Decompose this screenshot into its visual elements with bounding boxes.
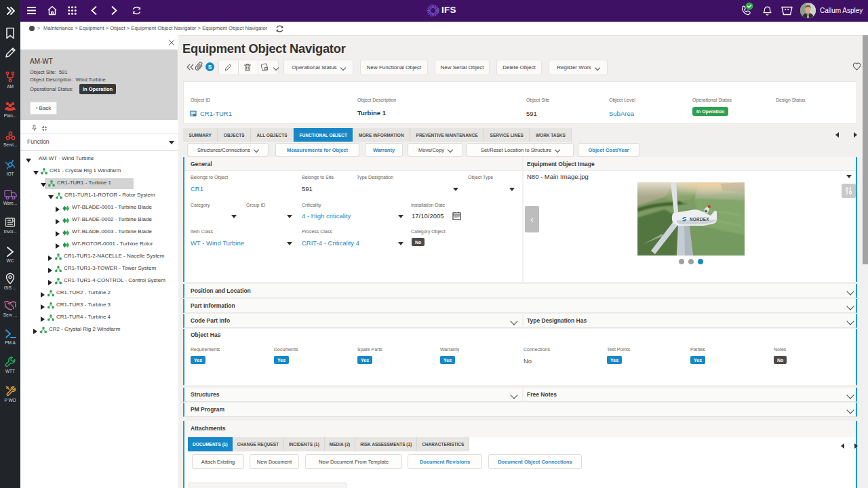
svg-text:NORDEX: NORDEX	[690, 217, 709, 222]
